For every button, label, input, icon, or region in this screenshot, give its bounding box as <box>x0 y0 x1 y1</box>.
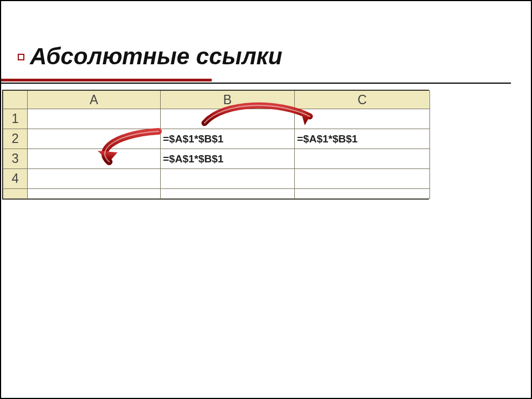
cell-a5[interactable] <box>28 189 161 199</box>
row-header-4[interactable]: 4 <box>3 169 28 189</box>
row-header-1[interactable]: 1 <box>3 109 28 129</box>
row-header-5[interactable] <box>3 189 28 199</box>
spreadsheet-grid: A B C 1 2 =$A$1*$B$1 =$A$1*$B$1 3 =$A$1 <box>3 90 430 199</box>
cell-c5[interactable] <box>295 189 430 199</box>
cell-b2[interactable]: =$A$1*$B$1 <box>161 129 295 149</box>
cell-a2[interactable] <box>28 129 161 149</box>
cell-b1[interactable] <box>161 109 295 129</box>
corner-cell[interactable] <box>3 91 28 109</box>
title-area: Абсолютные ссылки <box>30 43 282 70</box>
cell-c1[interactable] <box>295 109 430 129</box>
cell-a1[interactable] <box>28 109 161 129</box>
cell-c2[interactable]: =$A$1*$B$1 <box>295 129 430 149</box>
col-header-c[interactable]: C <box>295 91 430 109</box>
cell-a3[interactable] <box>28 149 161 169</box>
row-header-3[interactable]: 3 <box>3 149 28 169</box>
spreadsheet: A B C 1 2 =$A$1*$B$1 =$A$1*$B$1 3 =$A$1 <box>2 90 429 200</box>
cell-a4[interactable] <box>28 169 161 189</box>
row-header-2[interactable]: 2 <box>3 129 28 149</box>
title-bullet-icon <box>18 54 24 60</box>
cell-b4[interactable] <box>161 169 295 189</box>
cell-b5[interactable] <box>161 189 295 199</box>
cell-c3[interactable] <box>295 149 430 169</box>
col-header-a[interactable]: A <box>28 91 161 109</box>
slide-title: Абсолютные ссылки <box>30 43 282 70</box>
title-underline <box>1 79 511 84</box>
cell-b3[interactable]: =$A$1*$B$1 <box>161 149 295 169</box>
cell-c4[interactable] <box>295 169 430 189</box>
col-header-b[interactable]: B <box>161 91 295 109</box>
